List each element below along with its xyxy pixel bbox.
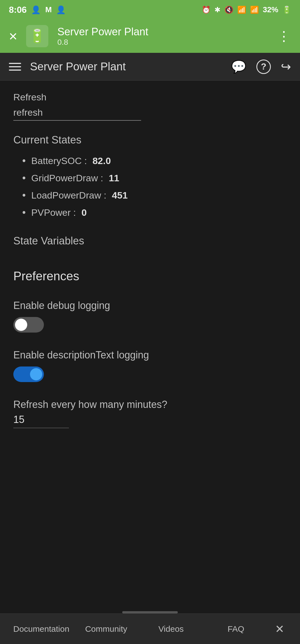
load-power-value: 451 [112,190,128,201]
status-bluetooth-icon: ✱ [214,6,221,14]
refresh-minutes-pref: Refresh every how many minutes? 15 [13,399,287,428]
menu-line-2 [9,66,21,67]
debug-logging-pref: Enable debug logging [13,300,287,333]
battery-soc-label: BatterySOC : [31,155,87,166]
nav-title: Server Power Plant [30,60,222,73]
bottom-nav-community[interactable]: Community [74,620,139,638]
bottom-nav-close-button[interactable]: ✕ [268,618,291,640]
status-person-icon: 👤 [31,5,41,14]
current-states-title: Current States [13,134,287,146]
nav-actions: 💬 ? ↪ [231,60,291,74]
status-right-icons: ⏰ ✱ 🔇 📶 📶 32% 🔋 [202,5,291,14]
menu-button[interactable] [9,63,21,71]
status-time: 8:06 [9,5,27,15]
status-bar: 8:06 👤 M 👤 ⏰ ✱ 🔇 📶 📶 32% 🔋 [0,0,300,19]
description-logging-toggle-container [13,366,287,382]
refresh-input-row: refresh [13,107,141,121]
battery-soc-value: 82.0 [92,155,111,166]
refresh-label: Refresh [13,92,287,103]
bottom-nav-faq[interactable]: FAQ [204,620,269,638]
logout-icon[interactable]: ↪ [281,60,291,74]
app-more-button[interactable]: ⋮ [277,28,291,44]
grid-power-value: 11 [109,173,119,184]
state-variables-section: State Variables [13,235,287,247]
app-version: 0.8 [57,38,268,47]
debug-logging-toggle[interactable] [13,317,44,333]
app-title-group: Server Power Plant 0.8 [57,26,268,47]
status-time-area: 8:06 👤 M 👤 [9,5,66,15]
status-alarm-icon: ⏰ [202,6,211,14]
preferences-section: Preferences Enable debug logging Enable … [13,269,287,428]
current-states-section: Current States BatterySOC : 82.0 GridPow… [13,134,287,218]
list-item: LoadPowerDraw : 451 [22,189,287,201]
bottom-nav-videos[interactable]: Videos [139,620,204,638]
menu-line-1 [9,63,21,64]
refresh-minutes-label: Refresh every how many minutes? [13,399,287,410]
list-item: BatterySOC : 82.0 [22,155,287,167]
status-signal-icon: 📶 [250,6,259,14]
debug-logging-toggle-knob [15,319,27,331]
preferences-title: Preferences [13,269,287,283]
state-list: BatterySOC : 82.0 GridPowerDraw : 11 Loa… [13,155,287,218]
scroll-indicator [122,611,178,613]
debug-logging-toggle-container [13,317,287,333]
pv-power-label: PVPower : [31,207,76,218]
app-title: Server Power Plant [57,26,268,38]
app-close-button[interactable]: × [9,29,17,43]
app-icon: 🔋 [29,28,46,44]
chat-icon[interactable]: 💬 [231,60,246,74]
main-content: Refresh refresh Current States BatterySO… [0,81,300,450]
app-icon-container: 🔋 [26,25,48,47]
nav-bar: Server Power Plant 💬 ? ↪ [0,53,300,81]
description-logging-pref: Enable descriptionText logging [13,349,287,382]
refresh-section: Refresh refresh [13,92,287,121]
load-power-label: LoadPowerDraw : [31,190,106,201]
status-battery-icon: 🔋 [282,6,291,14]
debug-logging-label: Enable debug logging [13,300,287,311]
pv-power-value: 0 [81,207,87,218]
bottom-nav: Documentation Community Videos FAQ ✕ [0,613,300,644]
refresh-input-value[interactable]: refresh [13,107,43,118]
grid-power-label: GridPowerDraw : [31,173,103,184]
status-person2-icon: 👤 [56,5,66,14]
list-item: GridPowerDraw : 11 [22,172,287,184]
description-logging-toggle[interactable] [13,366,44,382]
status-battery: 32% [263,5,278,14]
description-logging-toggle-knob [30,368,42,380]
description-logging-label: Enable descriptionText logging [13,349,287,361]
list-item: PVPower : 0 [22,207,287,218]
status-gmail-icon: M [45,5,52,14]
status-wifi-icon: 📶 [237,6,246,14]
app-bar: × 🔋 Server Power Plant 0.8 ⋮ [0,19,300,53]
refresh-minutes-value[interactable]: 15 [13,414,69,428]
state-variables-title: State Variables [13,235,287,247]
status-mute-icon: 🔇 [224,6,233,14]
help-icon[interactable]: ? [256,60,271,74]
bottom-nav-documentation[interactable]: Documentation [9,620,74,638]
menu-line-3 [9,70,21,71]
